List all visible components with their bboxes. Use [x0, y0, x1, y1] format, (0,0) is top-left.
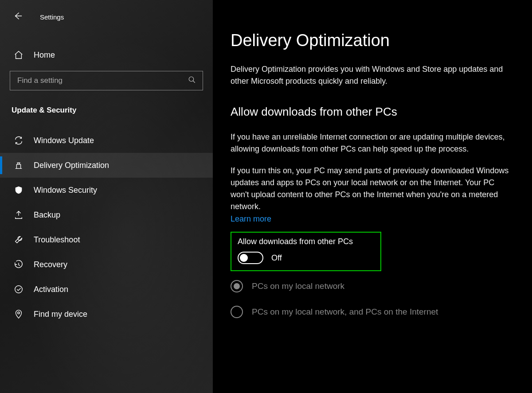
description-paragraph-2: If you turn this on, your PC may send pa…	[231, 165, 514, 213]
location-icon	[13, 309, 24, 319]
sidebar-item-label: Activation	[34, 285, 68, 294]
recovery-icon	[13, 259, 24, 270]
back-button[interactable]	[9, 8, 27, 26]
wrench-icon	[13, 234, 24, 245]
home-label: Home	[34, 51, 55, 60]
sidebar-item-label: Find my device	[34, 310, 87, 319]
backup-icon	[13, 210, 24, 220]
sidebar-item-label: Troubleshoot	[34, 235, 80, 245]
sidebar: Settings Home Update & Security Windows …	[0, 0, 213, 393]
radio-icon	[231, 306, 243, 318]
shield-icon	[13, 185, 24, 195]
search-input[interactable]	[10, 71, 203, 90]
content-pane: Delivery Optimization Delivery Optimizat…	[213, 0, 532, 393]
page-title: Delivery Optimization	[231, 31, 514, 50]
radio-label: PCs on my local network	[252, 281, 344, 291]
sidebar-item-windows-security[interactable]: Windows Security	[0, 178, 213, 202]
toggle-label: Allow downloads from other PCs	[238, 237, 374, 246]
sidebar-item-troubleshoot[interactable]: Troubleshoot	[0, 227, 213, 252]
sidebar-item-home[interactable]: Home	[0, 43, 213, 66]
search-icon	[188, 76, 196, 86]
section-header: Update & Security	[0, 101, 213, 124]
intro-text: Delivery Optimization provides you with …	[231, 63, 514, 87]
description-paragraph-1: If you have an unreliable Internet conne…	[231, 131, 514, 155]
home-icon	[13, 50, 24, 60]
radio-icon	[231, 280, 243, 292]
sidebar-item-find-my-device[interactable]: Find my device	[0, 302, 213, 327]
check-circle-icon	[13, 284, 24, 295]
app-title: Settings	[40, 13, 64, 21]
sidebar-item-backup[interactable]: Backup	[0, 202, 213, 227]
toggle-highlight-box: Allow downloads from other PCs Off	[231, 232, 381, 271]
sidebar-item-label: Recovery	[34, 260, 67, 269]
svg-point-1	[15, 286, 23, 293]
toggle-state: Off	[271, 253, 282, 263]
allow-downloads-toggle[interactable]	[238, 252, 263, 264]
sidebar-item-label: Windows Security	[34, 186, 97, 195]
svg-point-2	[18, 312, 20, 314]
section-title: Allow downloads from other PCs	[231, 105, 514, 119]
learn-more-link[interactable]: Learn more	[231, 214, 271, 224]
radio-label: PCs on my local network, and PCs on the …	[252, 307, 438, 317]
toggle-row: Off	[238, 252, 374, 264]
sidebar-item-activation[interactable]: Activation	[0, 277, 213, 302]
sidebar-item-windows-update[interactable]: Windows Update	[0, 128, 213, 153]
nav-list: Windows Update Delivery Optimization Win…	[0, 128, 213, 327]
toggle-knob	[240, 254, 248, 262]
sync-icon	[13, 135, 24, 146]
sidebar-item-label: Windows Update	[34, 136, 94, 145]
svg-point-0	[189, 77, 194, 82]
delivery-icon	[13, 160, 24, 171]
sidebar-item-label: Delivery Optimization	[34, 161, 109, 170]
radio-option-local[interactable]: PCs on my local network	[231, 280, 514, 292]
back-arrow-icon	[13, 11, 23, 23]
titlebar: Settings	[0, 4, 213, 35]
radio-option-internet[interactable]: PCs on my local network, and PCs on the …	[231, 306, 514, 318]
sidebar-item-recovery[interactable]: Recovery	[0, 252, 213, 277]
sidebar-item-delivery-optimization[interactable]: Delivery Optimization	[0, 153, 213, 178]
sidebar-item-label: Backup	[34, 210, 60, 220]
search-wrap	[10, 71, 203, 90]
